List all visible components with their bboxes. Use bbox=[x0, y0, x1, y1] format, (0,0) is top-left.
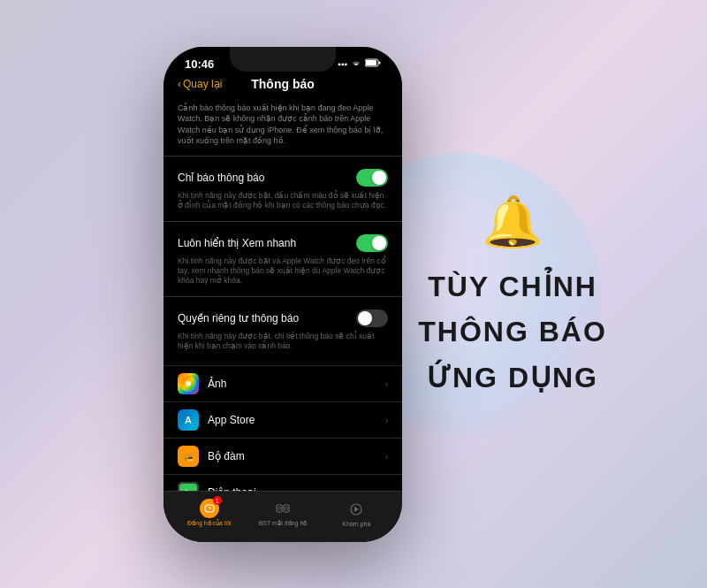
tab-my-watch[interactable]: 1 Đồng hồ của tôi bbox=[172, 499, 246, 527]
svg-text:📻: 📻 bbox=[183, 451, 194, 462]
phone-device: 10:46 ▪▪▪ bbox=[163, 47, 402, 542]
tab-bar: 1 Đồng hồ của tôi BST mặt đồng hồ bbox=[163, 491, 402, 542]
setting-label-quyen-rieng: Quyền riêng tư thông báo bbox=[178, 312, 299, 325]
svg-text:A: A bbox=[185, 415, 192, 425]
setting-desc-quyen-rieng: Khi tính năng này được bật, chi tiết thô… bbox=[178, 329, 388, 355]
svg-rect-1 bbox=[366, 60, 376, 65]
setting-label-luon-hien: Luôn hiển thị Xem nhanh bbox=[178, 237, 296, 249]
phone-screen: 10:46 ▪▪▪ bbox=[163, 47, 402, 542]
tab-icon-discover bbox=[346, 500, 366, 519]
app-name-anh: Ảnh bbox=[208, 378, 385, 390]
setting-quyen-rieng: Quyền riêng tư thông báo Khi tính năng n… bbox=[163, 296, 402, 362]
right-title-line2: THÔNG BÁO bbox=[418, 314, 607, 351]
right-panel: 🔔 TÙY CHỈNH THÔNG BÁO ỨNG DỤNG bbox=[371, 192, 654, 396]
setting-desc-chi-bao: Khi tính năng này được bật, dấu chấm màu… bbox=[178, 188, 388, 214]
right-title-line3: ỨNG DỤNG bbox=[427, 359, 598, 396]
svg-point-23 bbox=[277, 508, 280, 510]
app-icon-bodam: 📻 bbox=[178, 446, 199, 467]
tab-label-discover: Khám phá bbox=[342, 521, 370, 527]
app-row-appstore[interactable]: A App Store › bbox=[163, 401, 402, 438]
app-row-bodam[interactable]: 📻 Bộ đàm › bbox=[163, 438, 402, 474]
tab-icon-collection bbox=[273, 499, 293, 518]
tab-icon-my-watch: 1 bbox=[200, 499, 219, 518]
svg-marker-26 bbox=[354, 507, 359, 512]
back-button[interactable]: ‹ Quay lại bbox=[178, 78, 222, 90]
back-label[interactable]: Quay lại bbox=[183, 78, 222, 90]
status-time: 10:46 bbox=[185, 57, 214, 71]
tab-discover[interactable]: Khám phá bbox=[320, 500, 393, 527]
app-list: Ảnh › bbox=[163, 365, 402, 494]
battery-icon bbox=[365, 58, 381, 69]
toggle-thumb-chi-bao bbox=[372, 171, 386, 185]
tab-badge-my-watch: 1 bbox=[213, 496, 222, 505]
setting-desc-luon-hien: Khi tính năng này được bật và Apple Watc… bbox=[178, 254, 388, 289]
setting-chi-bao: Chỉ báo thông báo Khi tính năng này được… bbox=[163, 156, 402, 221]
signal-icon: ▪▪▪ bbox=[338, 59, 347, 69]
svg-point-4 bbox=[186, 381, 191, 386]
phone-body: 10:46 ▪▪▪ bbox=[163, 47, 402, 542]
svg-rect-21 bbox=[277, 505, 282, 512]
toggle-thumb-quyen-rieng bbox=[358, 311, 372, 325]
setting-row-luon-hien: Luôn hiển thị Xem nhanh bbox=[178, 229, 388, 254]
toggle-quyen-rieng[interactable] bbox=[356, 309, 388, 327]
app-icon-anh bbox=[178, 373, 199, 394]
toggle-chi-bao[interactable] bbox=[356, 169, 388, 187]
phone-notch bbox=[230, 47, 336, 72]
setting-row-quyen-rieng: Quyền riêng tư thông báo bbox=[178, 304, 388, 329]
svg-point-24 bbox=[285, 508, 287, 510]
app-icon-appstore: A bbox=[178, 409, 199, 431]
status-icons: ▪▪▪ bbox=[338, 58, 381, 69]
svg-rect-22 bbox=[284, 505, 289, 512]
info-text: Cảnh báo thông báo xuất hiện khi bạn đan… bbox=[163, 97, 402, 156]
bell-icon: 🔔 bbox=[482, 192, 544, 250]
main-content: Cảnh báo thông báo xuất hiện khi bạn đan… bbox=[163, 97, 402, 495]
tab-collection[interactable]: BST mặt đồng hồ bbox=[246, 499, 319, 527]
svg-rect-2 bbox=[379, 62, 381, 65]
chevron-icon-anh: › bbox=[385, 379, 388, 389]
app-name-appstore: App Store bbox=[208, 414, 385, 426]
toggle-thumb-luon-hien bbox=[372, 236, 386, 250]
wifi-icon bbox=[351, 58, 361, 69]
chevron-icon-appstore: › bbox=[385, 416, 388, 425]
setting-luon-hien: Luôn hiển thị Xem nhanh Khi tính năng nà… bbox=[163, 221, 402, 296]
app-name-bodam: Bộ đàm bbox=[208, 450, 385, 462]
app-row-anh[interactable]: Ảnh › bbox=[163, 365, 402, 401]
nav-title: Thông báo bbox=[251, 77, 315, 91]
setting-row-chi-bao: Chỉ báo thông báo bbox=[178, 164, 388, 188]
tab-label-collection: BST mặt đồng hồ bbox=[259, 520, 308, 527]
chevron-left-icon: ‹ bbox=[178, 78, 181, 90]
chevron-icon-bodam: › bbox=[385, 452, 388, 462]
right-title-line1: TÙY CHỈNH bbox=[428, 268, 597, 305]
tab-label-my-watch: Đồng hồ của tôi bbox=[187, 520, 231, 527]
setting-label-chi-bao: Chỉ báo thông báo bbox=[178, 172, 264, 184]
nav-bar: ‹ Quay lại Thông báo bbox=[163, 74, 402, 97]
toggle-luon-hien[interactable] bbox=[356, 234, 388, 252]
